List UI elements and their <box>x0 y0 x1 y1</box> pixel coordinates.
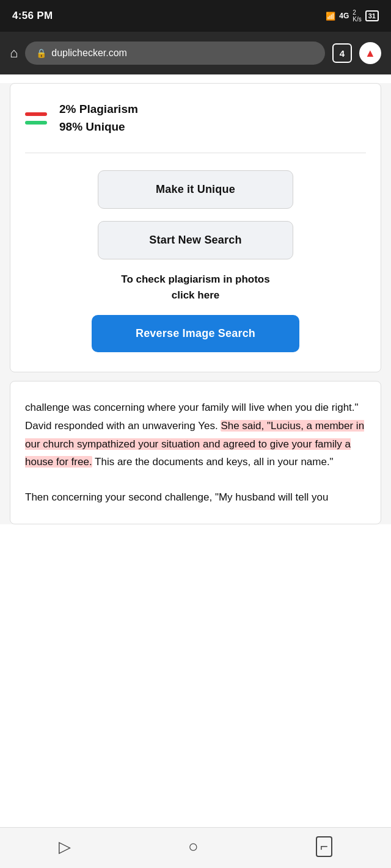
stats-row: 2% Plagiarism 98% Unique <box>25 101 366 136</box>
make-unique-button[interactable]: Make it Unique <box>98 170 293 209</box>
para1-after: This are the documents and keys, all in … <box>92 456 334 468</box>
signal-4g: 4G <box>339 12 349 20</box>
home-icon[interactable]: ⌂ <box>10 45 18 61</box>
status-bar: 4:56 PM 📶 4G 2K/s 31 <box>0 0 391 32</box>
recent-apps-button[interactable]: ⌐ <box>316 836 332 857</box>
upload-button[interactable]: ▲ <box>359 42 381 64</box>
article-paragraph-2: Then concerning your second challenge, "… <box>25 488 366 507</box>
unique-legend <box>25 121 47 125</box>
status-time: 4:56 PM <box>12 10 53 22</box>
stats-text: 2% Plagiarism 98% Unique <box>59 101 138 136</box>
signal-icon: 📶 <box>326 12 335 21</box>
divider <box>25 153 366 153</box>
green-bar <box>25 121 47 125</box>
plagiarism-legend <box>25 112 47 116</box>
result-card: 2% Plagiarism 98% Unique Make it Unique … <box>10 83 381 372</box>
back-button[interactable]: ◁ <box>59 837 71 856</box>
main-content: 2% Plagiarism 98% Unique Make it Unique … <box>0 83 391 524</box>
article-text-card: challenge was concerning where your fami… <box>10 381 381 524</box>
url-text: duplichecker.com <box>51 48 127 59</box>
upload-icon: ▲ <box>365 47 376 60</box>
home-button[interactable]: ○ <box>188 837 199 856</box>
url-bar[interactable]: 🔒 duplichecker.com <box>25 42 325 65</box>
lock-icon: 🔒 <box>36 48 46 58</box>
tab-count[interactable]: 4 <box>332 43 352 63</box>
bottom-navigation: ◁ ○ ⌐ <box>0 827 391 868</box>
reverse-image-search-button[interactable]: Reverse Image Search <box>92 315 299 352</box>
red-bar <box>25 112 47 116</box>
unique-percent: 98% Unique <box>59 118 138 136</box>
data-speed: 2K/s <box>353 9 361 23</box>
plagiarism-percent: 2% Plagiarism <box>59 101 138 118</box>
status-icons: 📶 4G 2K/s 31 <box>326 9 379 23</box>
browser-bar: ⌂ 🔒 duplichecker.com 4 ▲ <box>0 32 391 74</box>
battery-indicator: 31 <box>365 10 379 21</box>
start-new-search-button[interactable]: Start New Search <box>98 221 293 259</box>
article-paragraph-1: challenge was concerning where your fami… <box>25 399 366 471</box>
legend <box>25 112 47 125</box>
photo-check-text: To check plagiarism in photos click here <box>25 272 366 303</box>
